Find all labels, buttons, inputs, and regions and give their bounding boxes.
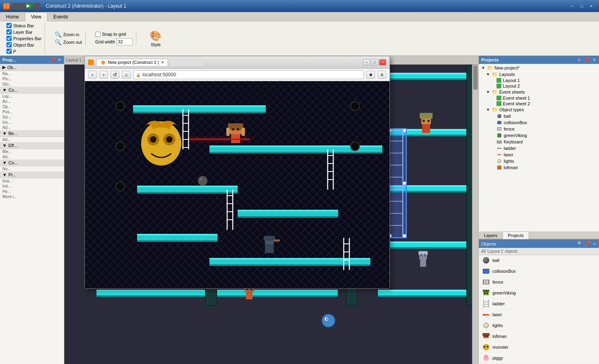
obj-item-piggy[interactable]: piggy [479, 353, 599, 364]
obj-item-ball[interactable]: ball [479, 255, 599, 266]
obj-item-ladder[interactable]: ladder [479, 299, 599, 309]
ribbon-content: Status Bar Layer Bar Properties Bar Obje… [0, 21, 599, 55]
close-button[interactable]: × [587, 2, 596, 10]
ribbon: Home View Events Status Bar Layer Bar Pr… [0, 12, 599, 56]
tree-obj-fence[interactable]: fence [480, 126, 598, 132]
toolbar-icon-2[interactable] [19, 3, 26, 9]
props-row-add3: Ad... [0, 154, 64, 160]
tree-obj-keyboard[interactable]: Keyboard [480, 139, 598, 145]
props-row-size: Siz... [0, 115, 64, 120]
tree-event-2[interactable]: Event sheet 2 [480, 101, 598, 106]
pin-objects-icon[interactable]: 📌 [584, 241, 591, 247]
nav-bookmark-btn[interactable]: ★ [366, 71, 375, 79]
tree-obj-lights[interactable]: lights [480, 158, 598, 164]
obj-icon-lights [482, 321, 490, 329]
nav-back-btn[interactable]: ‹ [88, 71, 97, 79]
browser-max-btn[interactable]: □ [371, 59, 378, 65]
props-common-header[interactable]: ▼ Co... [0, 87, 64, 93]
tree-event-sheets[interactable]: ▼ 📁 Event sheets [480, 89, 598, 95]
tree-collision-label: collisionBox [504, 120, 527, 125]
properties-bar-check[interactable]: Properties Bar [6, 36, 41, 41]
style-button[interactable]: 🎨 Style [146, 28, 165, 49]
tree-laser-label: laser [504, 152, 513, 157]
obj-item-lofiman[interactable]: lofiman [479, 331, 599, 342]
props-obj-header[interactable]: ▶ Ob... [0, 64, 64, 71]
tab-home[interactable]: Home [0, 12, 25, 21]
expand-icon[interactable]: ▼ [577, 57, 581, 62]
close-projects-icon[interactable]: × [592, 57, 597, 63]
tree-obj-ladder[interactable]: ladder [480, 145, 598, 151]
tree-layout-2[interactable]: Layout 2 [480, 83, 598, 89]
run-button[interactable]: ▶ [27, 3, 33, 9]
tree-obj-lofiman[interactable]: lofiman [480, 164, 598, 171]
tab-events[interactable]: Events [47, 12, 74, 21]
tree-root[interactable]: ▼ 📁 New project* [480, 65, 598, 71]
svg-rect-84 [226, 128, 230, 136]
tab-layers[interactable]: Layers [479, 231, 503, 239]
url-bar[interactable]: 🔒 localhost:50000 [133, 70, 364, 79]
obj-icon-collision [482, 267, 490, 275]
browser-min-btn[interactable]: − [363, 59, 370, 65]
props-behaviors-header[interactable]: ▼ Be... [0, 130, 64, 137]
obj-item-laser[interactable]: laser [479, 309, 599, 320]
zoom-out-btn[interactable]: 🔍 Zoom out [55, 39, 82, 45]
obj-item-monster[interactable]: monster [479, 342, 599, 353]
pin-icon[interactable]: 📌 [49, 57, 56, 63]
canvas-vscrollbar[interactable] [472, 65, 478, 364]
obj-item-collision[interactable]: collisionBox [479, 266, 599, 277]
obj-icon-lofiman [482, 332, 490, 340]
browser-tab-title: New project (Construct 2 | [108, 60, 159, 65]
toolbar-icon-3[interactable] [34, 3, 40, 9]
object-bar-check[interactable]: Object Bar [6, 42, 41, 47]
tree-layout-2-label: Layout 2 [503, 84, 520, 88]
svg-point-111 [200, 178, 202, 180]
nav-home-btn[interactable]: ⌂ [122, 71, 131, 79]
props-pre-header[interactable]: ▼ Pr... [0, 172, 64, 178]
tree-object-types[interactable]: ▼ 📁 Object types [480, 106, 598, 113]
grid-width-input[interactable] [117, 38, 133, 45]
obj-item-lights[interactable]: lights [479, 320, 599, 331]
browser-tab[interactable]: 🔶 New project (Construct 2 | × [96, 59, 168, 66]
browser-ball [197, 176, 208, 186]
layer-bar-check[interactable]: Layer Bar [6, 29, 41, 35]
maximize-button[interactable]: □ [577, 2, 586, 10]
status-bar-check[interactable]: Status Bar [6, 23, 41, 28]
objects-search-icon[interactable]: 🔍 [577, 241, 583, 247]
obj-name-lights: lights [492, 323, 503, 328]
obj-item-fence[interactable]: fence [479, 277, 599, 288]
properties-content: ▶ Ob... Na... Plu... Glo... ▼ Co... Lay.… [0, 64, 64, 364]
tree-obj-laser[interactable]: laser [480, 151, 598, 158]
tree-event-1[interactable]: Event sheet 1 [480, 95, 598, 101]
snap-to-grid-check[interactable]: Snap to grid [95, 32, 133, 37]
props-effects-header[interactable]: ▼ Eff... [0, 142, 64, 149]
props-color-header[interactable]: ▼ Co... [0, 160, 64, 166]
toolbar-icon-1[interactable] [12, 3, 18, 9]
close-objects-icon[interactable]: × [592, 241, 597, 247]
zoom-in-btn[interactable]: 🔍 Zoom in [55, 31, 82, 38]
tab-view[interactable]: View [25, 12, 47, 21]
svg-point-73 [424, 254, 426, 256]
browser-close-btn[interactable]: × [379, 59, 386, 65]
p-check[interactable]: P [6, 49, 41, 54]
new-tab-area[interactable] [170, 58, 203, 67]
close-properties-icon[interactable]: × [57, 57, 62, 63]
tab-projects[interactable]: Projects [503, 231, 529, 239]
nav-menu-btn[interactable]: ≡ [377, 71, 386, 79]
tree-obj-greenviking[interactable]: greenViking [480, 132, 598, 139]
obj-item-viking[interactable]: greenViking [479, 288, 599, 299]
canvas-area[interactable]: Layout 1 [64, 56, 478, 364]
minimize-button[interactable]: − [568, 2, 576, 10]
tree-obj-ball[interactable]: ball [480, 113, 598, 119]
pin-projects-icon[interactable]: 📌 [583, 57, 591, 63]
tree-layout-1[interactable]: Layout 1 [480, 78, 598, 83]
browser-ladder-1 [181, 109, 190, 149]
props-row-blend: Ble... [0, 149, 64, 154]
browser-tab-close[interactable]: × [161, 60, 164, 65]
nav-refresh-btn[interactable]: ↺ [111, 71, 119, 79]
tree-layouts[interactable]: ▼ 📁 Layouts [480, 71, 598, 78]
props-section-behaviors: ▼ Be... [0, 130, 64, 137]
tree-obj-collision[interactable]: collisionBox [480, 119, 598, 126]
vscroll-thumb[interactable] [473, 65, 478, 90]
nav-forward-btn[interactable]: › [99, 71, 108, 79]
hole-3 [115, 182, 125, 191]
